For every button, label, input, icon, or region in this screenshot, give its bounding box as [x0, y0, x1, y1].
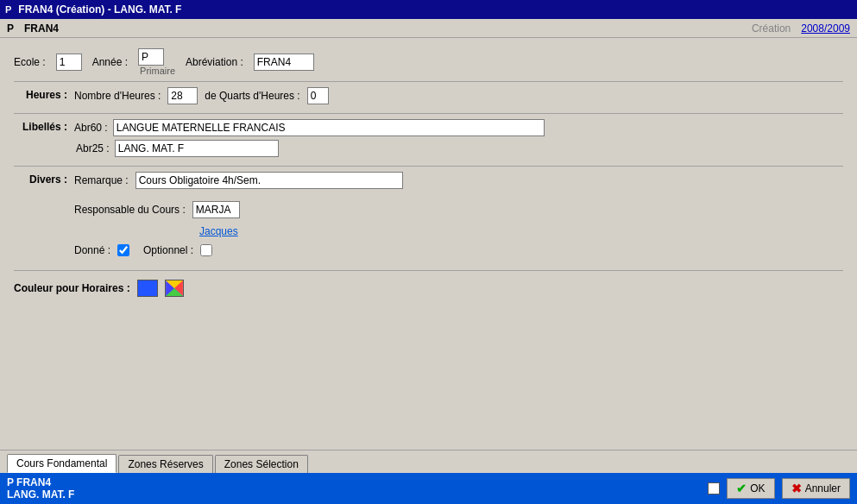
optionnel-label: Optionnel : [143, 244, 193, 256]
annuler-button[interactable]: ✖ Annuler [782, 478, 850, 499]
color-swatch[interactable] [137, 280, 158, 297]
libelles-body: Abr60 : Abr25 : [74, 119, 545, 157]
status-bar: P FRAN4 LANG. MAT. F ✔ OK ✖ Annuler [0, 473, 857, 504]
responsable-name-row: Jacques [74, 225, 403, 237]
abr25-label: Abr25 : [76, 142, 110, 154]
annee-label: Année : [92, 56, 128, 68]
divers-section: Divers : Remarque : Responsable du Cours… [14, 172, 843, 261]
subheader-code: FRAN4 [24, 22, 59, 35]
abr60-label: Abr60 : [74, 122, 108, 134]
status-info: P FRAN4 LANG. MAT. F [7, 476, 708, 501]
donne-label: Donné : [74, 244, 110, 256]
app-icon: P [5, 4, 11, 15]
abreviation-label: Abréviation : [186, 56, 243, 68]
quarts-input[interactable] [307, 87, 329, 104]
status-line2: LANG. MAT. F [7, 488, 708, 501]
abr25-input[interactable] [115, 140, 279, 157]
tab-zones-selection[interactable]: Zones Sélection [215, 455, 308, 473]
top-form-row: Ecole : Année : Primaire Abréviation : [14, 45, 843, 76]
tab-bar: Cours Fondamental Zones Réserves Zones S… [0, 450, 857, 473]
color-picker-icon[interactable] [165, 280, 184, 297]
primaire-label: Primaire [140, 66, 175, 76]
content-area: Ecole : Année : Primaire Abréviation : H… [0, 38, 857, 442]
cancel-cross-icon: ✖ [791, 482, 802, 495]
window-title: FRAN4 (Création) - LANG. MAT. F [18, 3, 181, 16]
optionnel-checkbox[interactable] [200, 244, 212, 256]
remarque-row: Remarque : [74, 172, 403, 189]
responsable-container: Responsable du Cours : Jacques [74, 201, 403, 237]
subheader-p: P [7, 22, 14, 35]
heures-section: Heures : Nombre d'Heures : de Quarts d'H… [14, 87, 843, 104]
ok-check-icon: ✔ [736, 482, 747, 495]
year-link[interactable]: 2008/2009 [801, 22, 850, 35]
nombre-heures-input[interactable] [167, 87, 198, 104]
status-line1: P FRAN4 [7, 476, 708, 488]
sub-header: P FRAN4 Création 2008/2009 [0, 19, 857, 38]
remarque-input[interactable] [135, 172, 403, 189]
donne-row: Donné : Optionnel : [74, 244, 403, 256]
abr25-row: Abr25 : [74, 140, 545, 157]
nombre-heures-label: Nombre d'Heures : [74, 90, 161, 102]
responsable-row: Responsable du Cours : [74, 201, 403, 218]
abr60-row: Abr60 : [74, 119, 545, 136]
title-bar: P FRAN4 (Création) - LANG. MAT. F [0, 0, 857, 19]
couleur-label: Couleur pour Horaires : [14, 282, 130, 294]
remarque-label: Remarque : [74, 174, 129, 186]
creation-label: Création [752, 22, 791, 35]
ecole-label: Ecole : [14, 56, 46, 68]
responsable-input[interactable] [192, 201, 240, 218]
status-buttons: ✔ OK ✖ Annuler [708, 478, 850, 499]
divers-body: Remarque : Responsable du Cours : Jacque… [74, 172, 403, 261]
status-checkbox[interactable] [708, 482, 720, 495]
ecole-input[interactable] [56, 54, 82, 71]
quarts-label: de Quarts d'Heures : [205, 90, 299, 102]
abreviation-input[interactable] [254, 54, 314, 71]
donne-checkbox[interactable] [117, 244, 129, 256]
tab-zones-reserves[interactable]: Zones Réserves [118, 455, 212, 473]
annee-input[interactable] [138, 48, 164, 66]
ok-label: OK [750, 482, 765, 495]
responsable-label: Responsable du Cours : [74, 204, 186, 216]
ok-button[interactable]: ✔ OK [727, 478, 774, 499]
abr60-input[interactable] [113, 119, 545, 136]
libelles-key: Libellés : [14, 119, 74, 133]
responsable-full-name[interactable]: Jacques [199, 225, 238, 237]
couleur-section: Couleur pour Horaires : [14, 280, 843, 297]
libelles-section: Libellés : Abr60 : Abr25 : [14, 119, 843, 157]
tab-cours-fondamental[interactable]: Cours Fondamental [7, 454, 117, 473]
divers-key: Divers : [14, 172, 74, 186]
annuler-label: Annuler [805, 482, 841, 495]
heures-key: Heures : [14, 87, 74, 101]
